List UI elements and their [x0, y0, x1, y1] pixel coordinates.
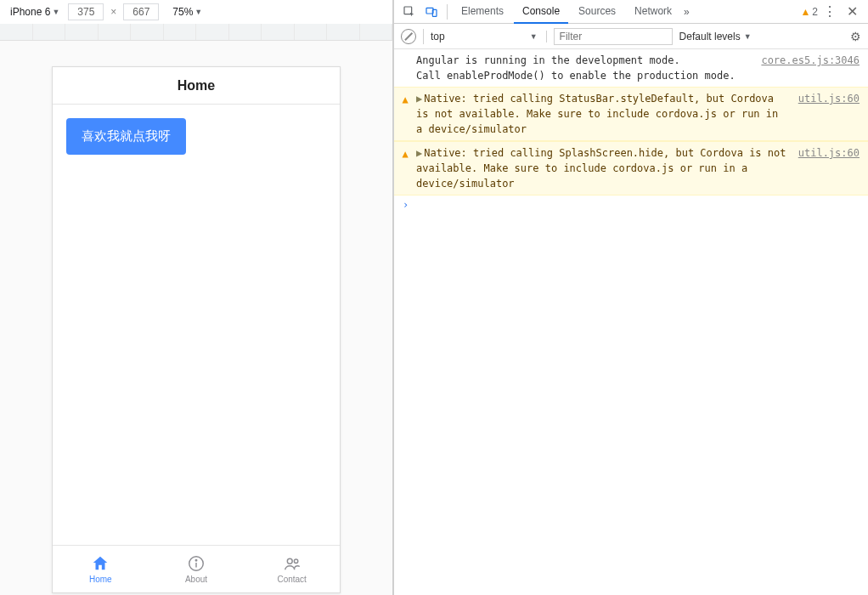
console-filter-bar: top ▼ Default levels ▼ ⚙: [394, 24, 868, 49]
dimension-x-label: ×: [109, 6, 118, 18]
log-message: Angular is running in the development mo…: [416, 53, 752, 83]
console-settings-button[interactable]: ⚙: [850, 30, 861, 43]
app-content: 喜欢我就点我呀: [53, 105, 340, 545]
more-tabs-button[interactable]: »: [682, 6, 691, 18]
tab-elements[interactable]: Elements: [453, 0, 512, 24]
log-source[interactable]: core.es5.js:3046: [761, 53, 860, 68]
divider: [447, 4, 448, 20]
device-name: iPhone 6: [10, 6, 50, 18]
svg-point-3: [287, 558, 292, 564]
context-selector[interactable]: top ▼: [431, 31, 547, 42]
warning-badge[interactable]: ▲ 2: [800, 6, 818, 18]
tab-label: About: [185, 575, 207, 584]
log-message: ▶Native: tried calling StatusBar.styleDe…: [416, 91, 790, 137]
log-entry-info[interactable]: Angular is running in the development mo…: [394, 49, 868, 87]
info-icon: [187, 554, 206, 573]
tab-home[interactable]: Home: [53, 546, 149, 592]
warning-count: 2: [812, 6, 818, 18]
log-entry-warn[interactable]: ▲ ▶Native: tried calling StatusBar.style…: [394, 87, 868, 141]
svg-point-4: [294, 559, 297, 563]
devtools-tabbar: Elements Console Sources Network » ▲ 2 ⋮…: [394, 0, 868, 24]
device-selector[interactable]: iPhone 6 ▼: [7, 6, 63, 18]
tab-about[interactable]: About: [149, 546, 245, 592]
warning-icon: ▲: [800, 6, 810, 18]
tab-console[interactable]: Console: [514, 0, 568, 24]
chevron-down-icon: ▼: [194, 8, 202, 16]
tab-network[interactable]: Network: [626, 0, 680, 24]
log-source[interactable]: util.js:60: [798, 145, 860, 161]
zoom-value: 75%: [172, 6, 193, 18]
chevron-down-icon: ▼: [52, 8, 59, 16]
warning-icon: ▲: [399, 146, 411, 162]
tab-contact[interactable]: Contact: [244, 546, 340, 592]
contacts-icon: [283, 554, 302, 573]
tab-sources[interactable]: Sources: [570, 0, 624, 24]
close-devtools-button[interactable]: ✕: [842, 3, 863, 20]
tab-label: Home: [89, 575, 112, 584]
filter-input[interactable]: [554, 28, 673, 45]
home-icon: [91, 554, 110, 573]
kebab-menu-button[interactable]: ⋮: [820, 3, 840, 20]
devtools-pane: Elements Console Sources Network » ▲ 2 ⋮…: [392, 0, 868, 595]
console-output: Angular is running in the development mo…: [394, 49, 868, 595]
expand-icon[interactable]: ▶: [416, 147, 422, 159]
height-input[interactable]: 667: [123, 3, 159, 20]
expand-icon[interactable]: ▶: [416, 93, 422, 105]
svg-point-2: [195, 560, 196, 561]
phone-frame: Home 喜欢我就点我呀 Home About Contact: [52, 66, 341, 593]
warning-icon: ▲: [399, 92, 411, 107]
clear-console-button[interactable]: [401, 29, 416, 44]
tab-label: Contact: [277, 575, 306, 584]
ruler: [0, 24, 392, 41]
app-header: Home: [53, 67, 340, 105]
device-canvas: Home 喜欢我就点我呀 Home About Contact: [0, 41, 392, 595]
page-title: Home: [178, 78, 215, 94]
divider: [423, 29, 424, 44]
chevron-down-icon: ▼: [744, 32, 752, 41]
toggle-device-button[interactable]: [421, 2, 442, 22]
primary-button[interactable]: 喜欢我就点我呀: [66, 118, 186, 155]
context-label: top: [431, 31, 445, 42]
device-toolbar: iPhone 6 ▼ 375 × 667 75% ▼: [0, 0, 392, 24]
device-preview-pane: iPhone 6 ▼ 375 × 667 75% ▼ Home 喜欢我就点我呀 …: [0, 0, 392, 595]
app-tabbar: Home About Contact: [53, 545, 340, 592]
log-source[interactable]: util.js:60: [798, 91, 860, 106]
zoom-selector[interactable]: 75% ▼: [172, 6, 202, 18]
log-level-selector[interactable]: Default levels ▼: [679, 31, 752, 42]
chevron-down-icon: ▼: [530, 32, 538, 41]
inspect-element-button[interactable]: [399, 2, 420, 22]
level-label: Default levels: [679, 31, 741, 42]
log-entry-warn[interactable]: ▲ ▶Native: tried calling SplashScreen.hi…: [394, 141, 868, 196]
width-input[interactable]: 375: [68, 3, 104, 20]
console-prompt[interactable]: ›: [394, 196, 868, 214]
log-message: ▶Native: tried calling SplashScreen.hide…: [416, 145, 790, 191]
